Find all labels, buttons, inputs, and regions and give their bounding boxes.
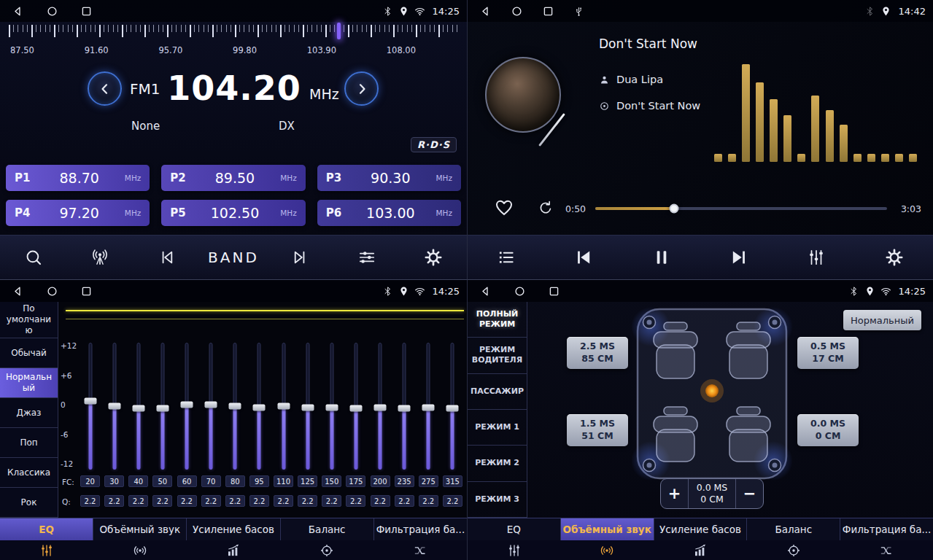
eq-preset-item[interactable]: Джаз	[0, 398, 58, 428]
recents-icon[interactable]	[80, 5, 93, 18]
eq-band-slider[interactable]	[152, 343, 172, 470]
rear-right-delay-button[interactable]: 0.0 MS 0 CM	[797, 414, 859, 446]
band-button[interactable]: BAND	[200, 249, 266, 266]
tab-filter-button[interactable]	[373, 543, 467, 558]
settings-button[interactable]	[856, 248, 933, 267]
rear-left-delay-button[interactable]: 1.5 MS 51 CM	[567, 414, 628, 446]
tab-bass-boost-button[interactable]	[654, 543, 747, 558]
radio-preset-button[interactable]: P5 102.50 MHz	[161, 200, 305, 226]
tab-bass-boost-button[interactable]	[187, 543, 280, 558]
slider-handle[interactable]	[205, 402, 217, 408]
tune-down-button[interactable]	[88, 71, 122, 106]
slider-handle[interactable]	[374, 404, 387, 411]
eq-band-slider[interactable]	[225, 343, 245, 470]
recents-icon[interactable]	[80, 285, 93, 298]
audio-tab[interactable]: Баланс	[281, 518, 374, 540]
eq-preset-item[interactable]: Нормальный	[0, 368, 58, 398]
slider-handle[interactable]	[132, 405, 144, 412]
tab-eq-button[interactable]	[468, 543, 561, 558]
eq-preset-item[interactable]: Классика	[0, 458, 58, 488]
next-station-button[interactable]	[267, 248, 333, 267]
audio-tab[interactable]: EQ	[0, 518, 93, 540]
slider-handle[interactable]	[108, 403, 120, 410]
eq-band-slider[interactable]	[322, 343, 341, 470]
eq-band-slider[interactable]	[249, 343, 269, 470]
pause-button[interactable]	[623, 247, 700, 268]
eq-preset-item[interactable]: По умолчанию	[0, 302, 58, 338]
slider-handle[interactable]	[277, 403, 290, 410]
eq-band-slider[interactable]	[419, 343, 438, 470]
slider-handle[interactable]	[398, 405, 411, 412]
audio-tab[interactable]: EQ	[468, 518, 561, 540]
playlist-button[interactable]	[468, 248, 545, 267]
eq-preset-item[interactable]: Обычай	[0, 338, 58, 368]
slider-handle[interactable]	[156, 405, 169, 412]
slider-handle[interactable]	[422, 404, 435, 411]
eq-band-slider[interactable]	[80, 343, 100, 470]
home-icon[interactable]	[514, 285, 526, 298]
tab-surround-button[interactable]	[561, 543, 654, 558]
slider-handle[interactable]	[325, 404, 338, 411]
audio-tab[interactable]: Усиление басов	[187, 518, 280, 540]
slider-handle[interactable]	[84, 398, 96, 405]
next-track-button[interactable]	[700, 247, 778, 268]
repeat-button[interactable]	[538, 200, 554, 216]
audio-tab[interactable]: Усиление басов	[654, 518, 748, 540]
back-icon[interactable]	[12, 285, 24, 298]
recents-icon[interactable]	[548, 285, 560, 298]
front-right-delay-button[interactable]: 0.5 MS 17 CM	[797, 337, 859, 369]
frequency-pointer[interactable]	[337, 23, 341, 39]
listening-mode-item[interactable]: РЕЖИМ 3	[468, 482, 527, 518]
tab-eq-button[interactable]	[0, 543, 93, 558]
eq-band-slider[interactable]	[298, 343, 317, 470]
home-icon[interactable]	[511, 5, 523, 18]
eq-band-slider[interactable]	[395, 343, 414, 470]
eq-band-slider[interactable]	[443, 343, 462, 470]
audio-tab[interactable]: Баланс	[747, 518, 840, 540]
eq-band-slider[interactable]	[201, 343, 221, 470]
auto-seek-button[interactable]	[66, 248, 133, 267]
radio-preset-button[interactable]: P3 90.30 MHz	[317, 165, 461, 191]
sound-preset-button[interactable]: Нормальный	[843, 310, 921, 330]
listening-mode-item[interactable]: РЕЖИМ ВОДИТЕЛЯ	[468, 338, 527, 373]
progress-thumb[interactable]	[670, 204, 679, 214]
audio-tab[interactable]: Объёмный звук	[93, 518, 187, 540]
front-left-delay-button[interactable]: 2.5 MS 85 CM	[567, 337, 628, 369]
frequency-ruler[interactable]	[9, 25, 458, 42]
back-icon[interactable]	[479, 285, 492, 298]
eq-band-slider[interactable]	[128, 343, 148, 470]
audio-tab[interactable]: Фильтрация ба...	[840, 518, 933, 540]
settings-button[interactable]	[400, 248, 467, 267]
listening-mode-item[interactable]: ПАССАЖИР	[468, 374, 527, 410]
eq-preset-item[interactable]: Поп	[0, 428, 58, 458]
radio-preset-button[interactable]: P2 89.50 MHz	[161, 165, 305, 191]
eq-band-slider[interactable]	[274, 343, 293, 470]
equalizer-button[interactable]	[778, 248, 855, 267]
slider-handle[interactable]	[301, 404, 314, 411]
decrease-delay-button[interactable]: −	[735, 479, 763, 508]
eq-band-slider[interactable]	[104, 343, 124, 470]
eq-band-slider[interactable]	[177, 343, 197, 470]
tab-filter-button[interactable]	[840, 543, 933, 558]
slider-handle[interactable]	[253, 404, 266, 411]
previous-track-button[interactable]	[545, 247, 622, 268]
tab-balance-button[interactable]	[280, 543, 373, 558]
tune-up-button[interactable]	[344, 71, 379, 106]
back-icon[interactable]	[12, 5, 24, 18]
eq-preset-item[interactable]: Рок	[0, 488, 58, 518]
radio-preset-button[interactable]: P4 97.20 MHz	[6, 200, 150, 226]
home-icon[interactable]	[46, 5, 58, 18]
slider-handle[interactable]	[446, 405, 459, 412]
listening-mode-item[interactable]: РЕЖИМ 2	[468, 446, 527, 481]
scan-button[interactable]	[0, 248, 66, 267]
progress-slider[interactable]	[595, 207, 887, 210]
audio-tab[interactable]: Объёмный звук	[561, 518, 654, 540]
slider-handle[interactable]	[349, 405, 362, 412]
eq-band-slider[interactable]	[346, 343, 365, 470]
radio-preset-button[interactable]: P6 103.00 MHz	[317, 200, 461, 226]
audio-tab[interactable]: Фильтрация ба...	[374, 518, 467, 540]
slider-handle[interactable]	[181, 402, 193, 408]
eq-band-slider[interactable]	[371, 343, 390, 470]
recents-icon[interactable]	[542, 5, 554, 18]
equalizer-button[interactable]	[333, 248, 400, 267]
